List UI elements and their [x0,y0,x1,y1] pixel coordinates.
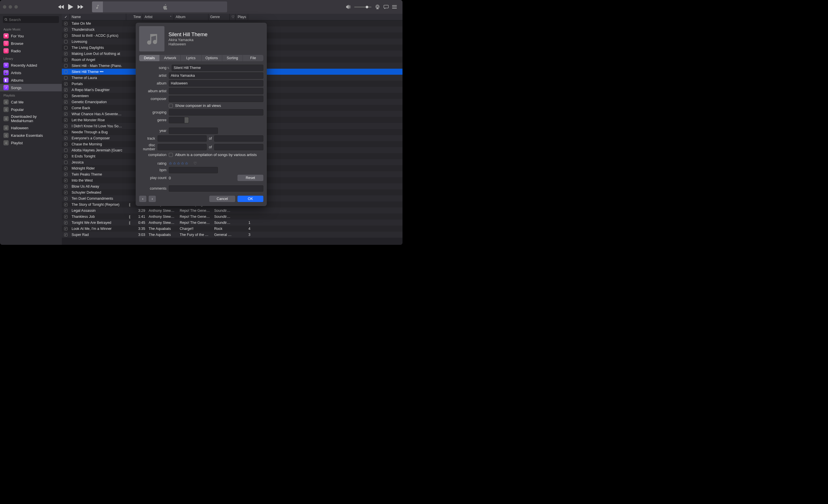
album-artist-field[interactable] [169,88,263,94]
tab-sorting[interactable]: Sorting [222,55,243,61]
love-icon[interactable]: ♡ [194,161,197,166]
play-count-value: 0 [169,176,189,180]
app-window: Apple Music ♥For You♫Browse♫Radio Librar… [0,0,403,245]
disc-num-field[interactable] [158,144,207,150]
modal-album: Halloween [168,42,208,46]
tab-details[interactable]: Details [139,55,160,61]
bpm-field[interactable] [169,167,218,173]
comments-field[interactable] [169,185,263,192]
composer-field[interactable] [169,96,263,102]
prev-track-button[interactable]: ‹ [139,196,146,202]
grouping-field[interactable] [169,109,263,116]
rating-stars[interactable]: ☆☆☆☆☆ [169,161,189,166]
modal-overlay: Silent Hill Theme Akira Yamaoka Hallowee… [0,0,403,245]
genre-select[interactable] [169,117,189,123]
cancel-button[interactable]: Cancel [209,196,235,202]
sort-arrows-icon: ⇅ [167,66,169,70]
track-num-field[interactable] [158,135,207,142]
modal-title: Silent Hill Theme [168,32,208,38]
tab-file[interactable]: File [243,55,263,61]
modal-artist: Akira Yamaoka [168,38,208,42]
modal-artwork [139,26,164,51]
show-composer-checkbox[interactable] [169,104,173,108]
next-track-button[interactable]: › [149,196,156,202]
year-field[interactable] [169,128,218,134]
disc-total-field[interactable] [214,144,263,150]
tab-options[interactable]: Options [202,55,222,61]
ok-button[interactable]: OK [238,196,263,202]
track-total-field[interactable] [214,135,263,142]
album-field[interactable] [169,80,263,87]
tab-lyrics[interactable]: Lyrics [180,55,201,61]
compilation-checkbox[interactable] [169,153,173,157]
song-field[interactable] [172,65,263,71]
artist-field[interactable] [169,73,263,79]
reset-button[interactable]: Reset [238,175,263,181]
info-modal: Silent Hill Theme Akira Yamaoka Hallowee… [136,23,267,206]
modal-tabs[interactable]: DetailsArtworkLyricsOptionsSortingFile [139,55,263,61]
tab-artwork[interactable]: Artwork [160,55,180,61]
